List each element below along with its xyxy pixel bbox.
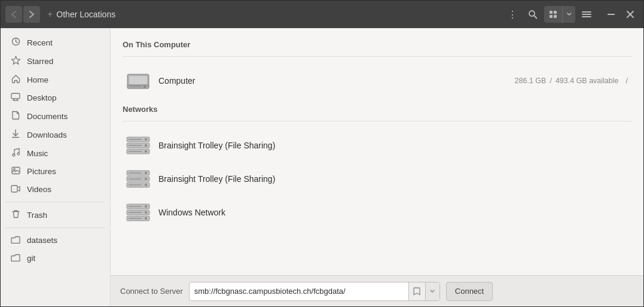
computer-size: 286.1 GB — [515, 77, 547, 85]
network-server-icon — [126, 136, 150, 154]
sidebar: Recent Starred Home Desktop — [1, 28, 111, 306]
sidebar-item-label: Music — [27, 149, 48, 158]
on-this-computer-section: On This Computer — [123, 40, 631, 98]
datasets-folder-icon — [10, 235, 21, 245]
back-button[interactable] — [5, 6, 22, 23]
downloads-icon — [10, 129, 21, 140]
svg-rect-24 — [12, 168, 20, 174]
menu-button[interactable]: ⋮ — [503, 5, 521, 23]
sidebar-item-music[interactable]: Music — [3, 144, 108, 162]
recent-icon — [10, 37, 21, 48]
documents-icon — [10, 111, 21, 121]
sidebar-item-documents[interactable]: Documents — [3, 107, 108, 125]
bookmark-svg-icon — [413, 287, 420, 296]
network-item-name-2: Windows Network — [158, 208, 628, 217]
network-item-name-1: Brainsight Trolley (File Sharing) — [158, 174, 628, 184]
sidebar-item-label: Pictures — [27, 167, 56, 176]
network-item-0[interactable]: Brainsight Trolley (File Sharing) — [123, 129, 631, 162]
sidebar-item-pictures[interactable]: Pictures — [3, 163, 108, 180]
desktop-icon — [10, 93, 21, 103]
sidebar-item-datasets[interactable]: datasets — [3, 232, 108, 249]
sidebar-item-label: Trash — [27, 211, 47, 220]
svg-point-58 — [145, 217, 147, 220]
chevron-down-icon — [567, 13, 572, 16]
sidebar-item-label: datasets — [27, 236, 57, 245]
network-server-icon-2 — [126, 170, 150, 188]
sidebar-item-videos[interactable]: Videos — [3, 181, 108, 198]
location-bar: + Other Locations — [47, 9, 501, 20]
network-item-2[interactable]: Windows Network — [123, 196, 631, 229]
close-icon — [627, 11, 634, 18]
svg-point-34 — [145, 138, 147, 141]
svg-line-14 — [16, 42, 17, 43]
bookmark-icon[interactable] — [408, 282, 425, 300]
git-folder-icon — [10, 253, 21, 263]
sidebar-separator-2 — [5, 227, 105, 228]
sidebar-item-label: Recent — [27, 38, 53, 47]
forward-button[interactable] — [23, 6, 40, 23]
svg-point-43 — [145, 172, 147, 174]
svg-point-37 — [145, 144, 147, 147]
view-toggle — [544, 6, 575, 23]
computer-meta: 286.1 GB / 493.4 GB available / — [515, 77, 628, 85]
connect-url-input[interactable] — [190, 287, 408, 296]
minimize-button[interactable] — [603, 6, 619, 23]
sidebar-separator-1 — [5, 202, 105, 202]
connect-input-wrapper — [189, 282, 440, 301]
main-content: On This Computer — [111, 28, 643, 275]
svg-point-25 — [13, 169, 15, 171]
sidebar-item-starred[interactable]: Starred — [3, 52, 108, 70]
svg-point-49 — [145, 184, 147, 186]
svg-point-23 — [17, 153, 20, 155]
network-icon-1 — [126, 167, 150, 191]
view-toggle-chevron[interactable] — [562, 6, 575, 23]
svg-point-31 — [144, 86, 146, 88]
sidebar-item-home[interactable]: Home — [3, 71, 108, 89]
search-icon — [528, 10, 538, 19]
computer-path: / — [626, 77, 628, 85]
svg-rect-5 — [554, 15, 557, 18]
sidebar-item-git[interactable]: git — [3, 250, 108, 267]
computer-item[interactable]: Computer 286.1 GB / 493.4 GB available / — [123, 64, 631, 98]
menu-icon: ⋮ — [508, 9, 517, 20]
divider-2 — [123, 121, 631, 121]
location-prefix: + — [47, 9, 53, 20]
close-button[interactable] — [622, 6, 639, 23]
music-icon — [10, 148, 21, 159]
connect-button[interactable]: Connect — [446, 282, 493, 301]
location-text: Other Locations — [56, 10, 115, 19]
list-view-button[interactable] — [578, 5, 596, 23]
network-item-name-0: Brainsight Trolley (File Sharing) — [158, 141, 628, 150]
svg-point-52 — [145, 205, 147, 208]
svg-point-46 — [145, 178, 147, 180]
svg-point-55 — [145, 211, 147, 214]
connect-history-button[interactable] — [425, 282, 439, 300]
network-server-icon-3 — [126, 203, 150, 221]
sidebar-item-desktop[interactable]: Desktop — [3, 89, 108, 107]
sidebar-item-trash[interactable]: Trash — [3, 206, 108, 224]
connect-bar: Connect to Server Connect — [111, 275, 643, 306]
trash-icon — [10, 209, 21, 220]
svg-rect-3 — [554, 11, 557, 14]
meta-separator: / — [550, 77, 551, 85]
svg-rect-26 — [11, 186, 17, 192]
minimize-icon — [608, 14, 615, 15]
network-icon-2 — [126, 200, 150, 224]
videos-icon — [10, 184, 21, 194]
starred-icon — [10, 56, 21, 66]
sidebar-item-recent[interactable]: Recent — [3, 34, 108, 51]
content-area: Recent Starred Home Desktop — [1, 28, 643, 306]
network-icon-0 — [126, 133, 150, 157]
main-panel: On This Computer — [111, 28, 643, 306]
home-icon — [10, 74, 21, 85]
sidebar-item-label: Desktop — [27, 93, 57, 102]
sidebar-item-downloads[interactable]: Downloads — [3, 126, 108, 144]
titlebar: + Other Locations ⋮ — [1, 1, 643, 28]
network-item-1[interactable]: Brainsight Trolley (File Sharing) — [123, 162, 631, 196]
svg-point-40 — [145, 150, 147, 153]
sidebar-item-label: Downloads — [27, 130, 67, 139]
svg-line-1 — [534, 16, 537, 19]
svg-marker-15 — [11, 56, 20, 65]
grid-view-button[interactable] — [544, 6, 562, 23]
search-button[interactable] — [524, 5, 542, 23]
